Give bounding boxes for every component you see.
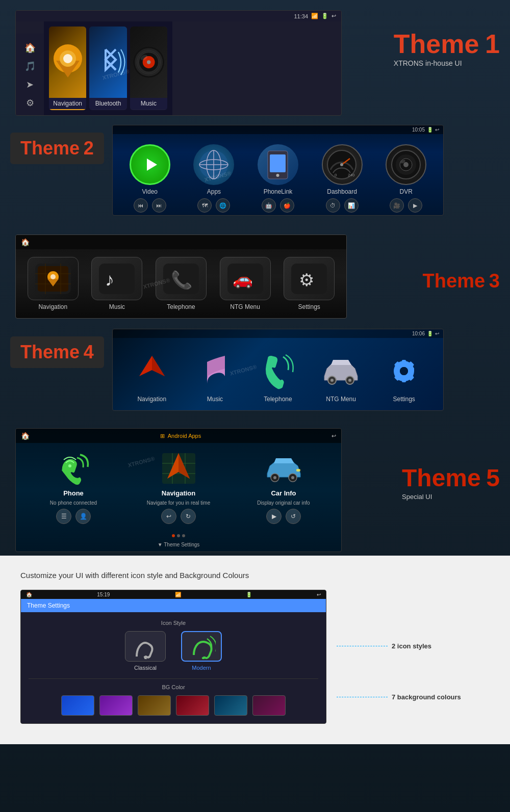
t2-chart-icon[interactable]: 📊 xyxy=(344,198,359,213)
theme4-time: 10:06 xyxy=(412,331,425,336)
theme2-app-dashboard[interactable]: 0 240 Dashboard ⏱ 📊 xyxy=(314,144,370,213)
theme2-app-phonelink[interactable]: PhoneLink 🤖 🍎 xyxy=(250,144,306,213)
t5-phone-subbtns: ☰ 👤 xyxy=(56,509,91,524)
t5-phone-btn2[interactable]: 👤 xyxy=(75,509,91,524)
t3-settings-icon: ⚙ xyxy=(284,257,335,300)
t5-nav-icon xyxy=(156,451,201,486)
theme3-topbar: 🏠 xyxy=(16,235,346,249)
t5-phone-btn1[interactable]: ☰ xyxy=(56,509,71,524)
theme2-dvr-subicons: 🎥 ▶ xyxy=(390,198,422,213)
theme2-app-dvr[interactable]: DVR 🎥 ▶ xyxy=(378,144,434,213)
theme4-app-nav[interactable]: Navigation xyxy=(124,351,180,403)
t5-nav-btn1[interactable]: ↩ xyxy=(161,509,176,524)
sidebar-nav-icon[interactable]: ➤ xyxy=(26,79,34,90)
theme3-label: Theme 3 xyxy=(423,270,500,292)
ts-bg-color-swatches xyxy=(29,695,318,716)
t5-carinfo-subbtns: ▶ ↺ xyxy=(266,509,301,524)
theme3-app-music[interactable]: ♪ Music xyxy=(91,257,142,310)
theme3-app-ntg[interactable]: 🚗 NTG Menu xyxy=(220,257,271,310)
theme2-apps-subicons: 🗺 🌐 xyxy=(197,198,230,213)
t5-carinfo-btn2[interactable]: ↺ xyxy=(286,509,301,524)
svg-text:🚗: 🚗 xyxy=(233,270,253,289)
svg-point-53 xyxy=(348,379,351,382)
t4-settings-label: Settings xyxy=(393,396,415,403)
t2-prev-icon[interactable]: ⏮ xyxy=(134,198,148,213)
theme3-app-telephone[interactable]: 📞 Telephone xyxy=(156,257,207,310)
t2-record-icon[interactable]: 🎥 xyxy=(390,198,404,213)
svg-point-23 xyxy=(340,163,343,166)
callout1-text: 2 icon styles xyxy=(392,642,431,650)
t3-telephone-icon: 📞 xyxy=(156,257,207,300)
svg-point-39 xyxy=(50,274,56,279)
bg-swatch-teal[interactable] xyxy=(214,695,247,716)
svg-point-64 xyxy=(68,464,71,467)
theme3-screen: 🏠 Navigation xyxy=(15,234,347,319)
theme5-android-apps-label: ⊞ Android Apps xyxy=(160,433,201,439)
theme5-desc: Special UI xyxy=(402,493,500,501)
bg-swatch-red[interactable] xyxy=(176,695,209,716)
t4-nav-icon xyxy=(132,351,172,391)
svg-text:⚙: ⚙ xyxy=(299,270,314,290)
t5-phone-label: Phone xyxy=(63,489,84,497)
ts-icon-modern[interactable]: Modern xyxy=(181,631,222,671)
theme3-app-nav[interactable]: Navigation xyxy=(28,257,79,310)
svg-rect-76 xyxy=(296,469,300,472)
theme4-app-settings[interactable]: Settings xyxy=(376,351,432,403)
bg-swatch-mauve[interactable] xyxy=(252,695,286,716)
sidebar-music-icon[interactable]: 🎵 xyxy=(24,61,36,72)
t2-globe2-icon[interactable]: 🌐 xyxy=(216,198,230,213)
t4-nav-label: Navigation xyxy=(137,396,166,403)
theme5-settings-link[interactable]: ▼ Theme Settings xyxy=(16,540,341,552)
theme3-home-icon[interactable]: 🏠 xyxy=(21,238,30,246)
theme1-app-bluetooth[interactable]: Bluetooth xyxy=(89,27,126,110)
theme2-statusbar: 10:05 🔋 ↩ xyxy=(113,125,443,134)
theme2-app-video[interactable]: Video ⏮ ⏭ xyxy=(122,144,178,213)
t2-next-icon[interactable]: ⏭ xyxy=(152,198,166,213)
theme1-wifi-icon: 📶 xyxy=(311,13,318,19)
callout-bg-colors: 7 background colours xyxy=(337,693,461,701)
svg-point-3 xyxy=(63,54,72,63)
theme5-pagination-dots xyxy=(16,532,341,540)
theme4-app-ntg[interactable]: NTG Menu xyxy=(313,351,369,403)
t5-home-icon[interactable]: 🏠 xyxy=(21,432,30,440)
t5-nav-btn2[interactable]: ↻ xyxy=(181,509,196,524)
svg-rect-56 xyxy=(402,360,406,365)
bg-swatch-purple[interactable] xyxy=(99,695,133,716)
theme1-bt-label: Bluetooth xyxy=(89,98,126,109)
svg-point-55 xyxy=(400,367,408,375)
bg-swatch-blue[interactable] xyxy=(61,695,94,716)
theme5-app-nav[interactable]: Navigation Navigate for you in real time… xyxy=(143,451,214,524)
theme3-app-settings[interactable]: ⚙ Settings xyxy=(284,257,335,310)
theme1-screen: 11:34 📶 🔋 ↩ 🏠 🎵 ➤ ⚙ ⊞ xyxy=(15,10,342,116)
t2-map-icon[interactable]: 🗺 xyxy=(197,198,212,213)
t2-timer-icon[interactable]: ⏱ xyxy=(326,198,340,213)
sidebar-home-icon[interactable]: 🏠 xyxy=(24,42,36,54)
theme1-app-navigation[interactable]: Navigation xyxy=(49,27,86,110)
theme5-app-carinfo[interactable]: Car Info Display original car info ▶ ↺ xyxy=(248,451,319,524)
ts-icon-classical[interactable]: Classical xyxy=(125,631,166,671)
t2-android-icon[interactable]: 🤖 xyxy=(262,198,276,213)
svg-rect-40 xyxy=(99,264,135,294)
ts-statusbar: 🏠 15:19 📶 🔋 ↩ xyxy=(21,590,326,599)
sidebar-settings-icon[interactable]: ⚙ xyxy=(26,97,34,109)
ts-home-icon: 🏠 xyxy=(26,592,32,597)
t4-telephone-label: Telephone xyxy=(264,396,292,403)
t5-carinfo-btn1[interactable]: ▶ xyxy=(266,509,282,524)
theme5-app-phone[interactable]: Phone No phone connected ☰ 👤 xyxy=(38,451,109,524)
theme4-app-telephone[interactable]: Telephone xyxy=(250,351,306,403)
t4-settings-icon xyxy=(384,351,424,391)
theme2-apps-row: Video ⏮ ⏭ Apps 🗺 🌐 xyxy=(113,134,443,215)
svg-text:♪: ♪ xyxy=(105,269,114,290)
t2-apple-icon[interactable]: 🍎 xyxy=(280,198,294,213)
theme1-music-label: Music xyxy=(130,98,167,109)
t2-dvr-play-icon[interactable]: ▶ xyxy=(408,198,422,213)
bg-swatch-brown[interactable] xyxy=(138,695,171,716)
ts-classical-label: Classical xyxy=(134,665,157,671)
dot-2 xyxy=(177,534,180,537)
theme2-app-apps[interactable]: Apps 🗺 🌐 xyxy=(186,144,242,213)
theme1-app-music[interactable]: Music xyxy=(130,27,167,110)
svg-marker-12 xyxy=(147,159,157,171)
theme3-apps-row: Navigation ♪ Music 📞 Telephone xyxy=(16,249,346,318)
svg-text:📞: 📞 xyxy=(171,270,193,291)
theme4-app-music[interactable]: Music xyxy=(187,351,243,403)
